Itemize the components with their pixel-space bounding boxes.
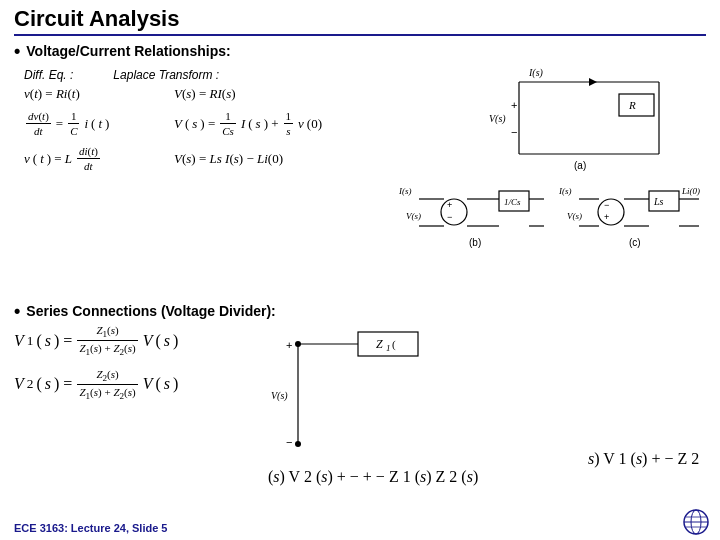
globe-icon [682,508,710,536]
page-title: Circuit Analysis [14,6,179,31]
footer-text: ECE 3163: Lecture 24, Slide 5 [14,522,167,534]
svg-point-14 [441,199,467,225]
circuit-diagrams-top: I(s) + − V(s) R (a) I(s) [389,64,704,294]
svg-text:I(s): I(s) [528,67,544,79]
svg-text:V(s): V(s) [489,113,506,125]
section2-label: Series Connections (Voltage Divider): [26,303,275,319]
svg-rect-9 [619,94,654,116]
eq2-left: dv(t) dt = 1 C i(t) [24,110,154,137]
svg-text:R: R [628,99,636,111]
section2-content: V1(s) = Z1(s) Z1(s) + Z2(s) V(s) V2(s) = [14,324,706,486]
equations-block-1: Diff. Eq. : Laplace Transform : v(t) = R… [14,64,376,184]
footer: ECE 3163: Lecture 24, Slide 5 [14,522,167,534]
svg-text:V(s): V(s) [271,390,288,402]
eq5: V2(s) = Z2(s) Z1(s) + Z2(s) V(s) [14,368,254,402]
eq1-left: v(t) = Ri(t) [24,86,154,102]
eq4: V1(s) = Z1(s) Z1(s) + Z2(s) V(s) [14,324,254,358]
eq4-content: V1(s) = Z1(s) Z1(s) + Z2(s) V(s) [14,324,178,358]
svg-text:V(s): V(s) [406,211,421,221]
section2: • Series Connections (Voltage Divider): … [14,302,706,486]
svg-text:−: − [447,212,452,222]
svg-text:(a): (a) [574,160,586,171]
equations-block-2: V1(s) = Z1(s) Z1(s) + Z2(s) V(s) V2(s) = [14,324,254,409]
diff-eq-label: Diff. Eq. : [24,68,73,82]
svg-text:Z: Z [376,337,383,351]
voltage-divider-diagram: + − V(s) Z 1 (s) V 1 (s) [268,324,706,486]
eq5-content: V2(s) = Z2(s) Z1(s) + Z2(s) V(s) [14,368,178,402]
eq2-right: V(s) = 1 Cs I(s) + 1 s v(0) [174,110,322,137]
svg-text:1/Cs: 1/Cs [504,197,521,207]
svg-text:+: + [447,200,452,210]
svg-text:+: + [511,99,517,111]
eq3-right: V(s) = Ls I(s) − Li(0) [174,151,283,167]
svg-text:−: − [604,200,609,210]
svg-text:−: − [286,436,292,448]
svg-text:(c): (c) [629,237,641,248]
laplace-label: Laplace Transform : [113,68,219,82]
svg-text:(: ( [392,338,396,351]
svg-text:I(s): I(s) [398,186,412,196]
eq-row-2: dv(t) dt = 1 C i(t) V(s) = 1 [24,110,376,137]
page: Circuit Analysis • Voltage/Current Relat… [0,0,720,540]
diagram-block-top: I(s) + − V(s) R (a) I(s) [386,64,706,294]
svg-text:Li(0): Li(0) [681,186,700,196]
svg-point-43 [295,441,301,447]
svg-text:V(s): V(s) [567,211,582,221]
svg-marker-2 [589,78,597,86]
section1-label: Voltage/Current Relationships: [26,43,230,59]
svg-point-28 [598,199,624,225]
section2-header: • Series Connections (Voltage Divider): [14,302,706,320]
svg-text:I(s): I(s) [558,186,572,196]
section1-header: • Voltage/Current Relationships: [14,42,706,60]
eq-header: Diff. Eq. : Laplace Transform : [24,68,376,82]
svg-text:Ls: Ls [653,196,664,207]
eq-row-3: v(t) = L di(t) dt V(s) = Ls I(s) − Li(0) [24,145,376,172]
svg-text:−: − [511,126,517,138]
eq3-left: v(t) = L di(t) dt [24,145,154,172]
eq-row-1: v(t) = Ri(t) V(s) = RI(s) [24,86,376,102]
voltage-divider-svg: + − V(s) Z 1 ( [268,324,588,464]
bullet1: • [14,42,20,60]
section1-content: Diff. Eq. : Laplace Transform : v(t) = R… [14,64,706,294]
svg-text:+: + [604,212,609,222]
svg-text:1: 1 [386,343,391,353]
svg-text:(b): (b) [469,237,481,248]
svg-text:+: + [286,339,292,351]
eq1-right: V(s) = RI(s) [174,86,236,102]
bullet2: • [14,302,20,320]
title-bar: Circuit Analysis [14,6,706,36]
